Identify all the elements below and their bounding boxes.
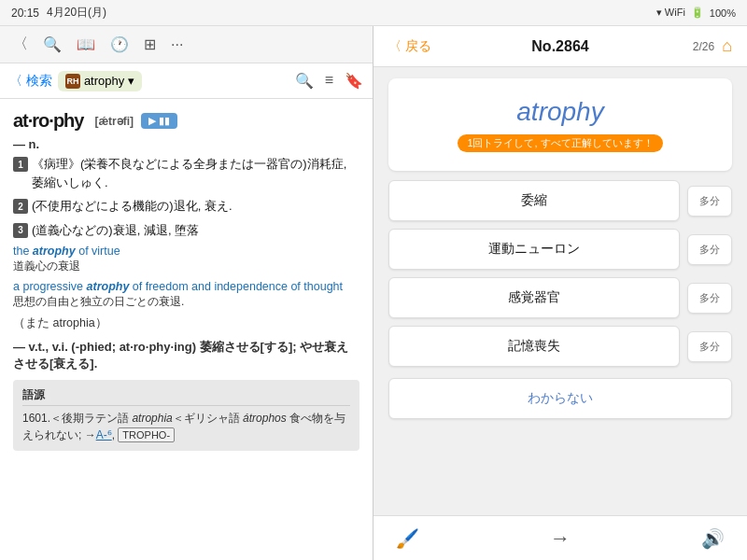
headword: at·ro·phy [ǽtrəfi] ▶ ▮▮ (13, 110, 359, 132)
maybe-button-3[interactable]: 多分 (687, 283, 732, 314)
status-left: 20:15 4月20日(月) (11, 5, 106, 21)
example-trans-2: 思想の自由と独立の日ごとの衰退. (13, 294, 359, 310)
def-text-2: (不使用などによる機能の)退化, 衰え. (32, 197, 233, 216)
also-note: （また atrophia） (13, 315, 359, 331)
progress-text: 1回トライして, すべて正解しています！ (458, 134, 662, 152)
app-back-button[interactable]: 〈 戻る (388, 38, 431, 55)
page-count: 2/26 (693, 40, 714, 53)
next-arrow[interactable]: → (550, 526, 571, 551)
definition-2: 2 (不使用などによる機能の)退化, 衰え. (13, 197, 359, 216)
dont-know-button[interactable]: わからない (388, 378, 732, 419)
header-right: 2/26 ⌂ (693, 36, 732, 56)
wifi-icon: ▾ WiFi (656, 7, 685, 19)
def-text-1: 《病理》(栄養不良などによる全身または一器官の)消耗症, 萎縮いしゅく. (32, 155, 359, 191)
card-number: No.2864 (531, 38, 588, 55)
back-button[interactable]: 〈 (9, 33, 32, 56)
search-pill[interactable]: RH atrophy ▾ (58, 71, 142, 91)
vt-line: — v.t., v.i. (-phied; at·ro·phy·ing) 萎縮さ… (13, 339, 359, 372)
dropdown-icon: ▾ (128, 74, 134, 88)
etymology-box: 語源 1601.＜後期ラテン語 atrophia＜ギリシャ語 átrophos … (13, 380, 359, 451)
headword-text: at·ro·phy (13, 110, 83, 132)
search-bar: 〈 検索 RH atrophy ▾ 🔍 ≡ 🔖 (0, 63, 373, 99)
home-icon[interactable]: ⌂ (722, 36, 732, 56)
bookmark-button[interactable]: 🔖 (345, 72, 363, 90)
dictionary-panel: 〈 🔍 📖 🕐 ⊞ ··· 〈 検索 RH atrophy ▾ 🔍 ≡ 🔖 (0, 26, 374, 560)
book-icon-button[interactable]: 📖 (73, 34, 99, 55)
example-2[interactable]: a progressive atrophy of freedom and ind… (13, 280, 359, 293)
layout-icon-button[interactable]: ⊞ (140, 34, 160, 55)
word-card: atrophy 1回トライして, すべて正解しています！ (388, 78, 732, 171)
maybe-button-2[interactable]: 多分 (687, 234, 732, 265)
etymology-label: 語源 (22, 387, 350, 406)
etymology-link-a[interactable]: A-⁶ (96, 428, 112, 441)
maybe-button-1[interactable]: 多分 (687, 186, 732, 217)
maybe-button-4[interactable]: 多分 (687, 331, 732, 362)
search-back-button[interactable]: 〈 検索 (9, 73, 52, 90)
dictionary-icon: RH (65, 74, 80, 89)
status-bar: 20:15 4月20日(月) ▾ WiFi 🔋 100% (0, 0, 747, 26)
search-button[interactable]: 🔍 (295, 72, 314, 90)
battery-percent: 100% (710, 7, 736, 19)
card-word: atrophy (516, 97, 603, 127)
pronunciation: [ǽtrəfi] (94, 115, 134, 128)
paint-icon[interactable]: 🖌️ (396, 527, 419, 550)
example-trans-1: 道義心の衰退 (13, 259, 359, 274)
choice-button-1[interactable]: 委縮 (388, 180, 680, 221)
def-num-3: 3 (13, 223, 28, 238)
etymology-link-tropho[interactable]: TROPHO- (118, 427, 175, 442)
dictionary-content: at·ro·phy [ǽtrəfi] ▶ ▮▮ — n. 1 《病理》(栄養不良… (0, 99, 373, 560)
sound-icon[interactable]: 🔊 (701, 527, 725, 550)
battery-icon: 🔋 (691, 7, 704, 19)
card-area: atrophy 1回トライして, すべて正解しています！ 委縮 多分 運動ニュー… (374, 67, 747, 515)
def-text-3: (道義心などの)衰退, 減退, 堕落 (32, 221, 199, 240)
menu-button[interactable]: ≡ (325, 72, 333, 90)
status-right: ▾ WiFi 🔋 100% (656, 7, 736, 19)
left-toolbar: 〈 🔍 📖 🕐 ⊞ ··· (0, 26, 373, 63)
choice-row-1: 委縮 多分 (388, 180, 732, 221)
choice-button-3[interactable]: 感覚器官 (388, 277, 680, 318)
choice-button-2[interactable]: 運動ニューロン (388, 229, 680, 270)
more-button[interactable]: ··· (167, 35, 187, 55)
choice-row-4: 記憶喪失 多分 (388, 326, 732, 367)
play-audio-button[interactable]: ▶ ▮▮ (141, 113, 177, 129)
part-of-speech: — n. (13, 137, 359, 151)
etymology-text: 1601.＜後期ラテン語 atrophia＜ギリシャ語 átrophos 食べ物… (22, 410, 350, 443)
choice-button-4[interactable]: 記憶喪失 (388, 326, 680, 367)
example-1[interactable]: the atrophy of virtue (13, 245, 359, 258)
status-time: 20:15 (11, 7, 39, 20)
history-icon-button[interactable]: 🕐 (106, 34, 133, 55)
def-num-2: 2 (13, 199, 28, 214)
main-content: 〈 🔍 📖 🕐 ⊞ ··· 〈 検索 RH atrophy ▾ 🔍 ≡ 🔖 (0, 26, 747, 560)
def-num-1: 1 (13, 157, 28, 172)
choices-grid: 委縮 多分 運動ニューロン 多分 感覚器官 多分 記憶喪失 多分 (388, 180, 732, 367)
app-header: 〈 戻る No.2864 2/26 ⌂ (374, 26, 747, 67)
definition-1: 1 《病理》(栄養不良などによる全身または一器官の)消耗症, 萎縮いしゅく. (13, 155, 359, 191)
app-footer: 🖌️ → 🔊 (374, 515, 747, 560)
definition-3: 3 (道義心などの)衰退, 減退, 堕落 (13, 221, 359, 240)
search-actions: 🔍 ≡ 🔖 (295, 72, 363, 90)
choice-row-2: 運動ニューロン 多分 (388, 229, 732, 270)
flashcard-panel: 〈 戻る No.2864 2/26 ⌂ atrophy 1回トライして, すべて… (374, 26, 747, 560)
choice-row-3: 感覚器官 多分 (388, 277, 732, 318)
status-date: 4月20日(月) (47, 5, 106, 21)
search-icon-button[interactable]: 🔍 (39, 34, 65, 55)
search-term: atrophy (84, 74, 124, 88)
